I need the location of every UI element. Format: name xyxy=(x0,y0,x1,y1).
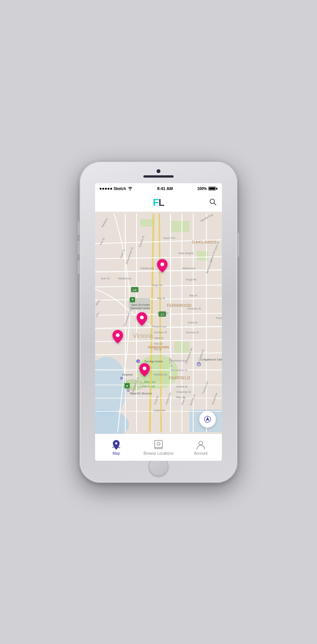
svg-text:Grant St: Grant St xyxy=(188,321,197,324)
phone-screen: Sketch 9:41 AM 100% xyxy=(95,183,222,461)
battery-icon xyxy=(208,187,217,190)
svg-text:Fairfield Rd: Fairfield Rd xyxy=(154,373,167,376)
app-logo: FL xyxy=(153,197,164,209)
map-pin-3[interactable] xyxy=(112,330,123,345)
status-left: Sketch xyxy=(100,186,133,191)
signal-dot-3 xyxy=(105,188,107,190)
signal-dot-5 xyxy=(110,188,112,190)
map-pin-1[interactable] xyxy=(157,259,168,274)
search-button[interactable] xyxy=(209,198,217,207)
svg-marker-117 xyxy=(206,417,209,421)
phone-frame: Sketch 9:41 AM 100% xyxy=(79,161,238,483)
my-location-button[interactable] xyxy=(199,411,216,428)
svg-line-1 xyxy=(214,203,216,205)
svg-text:✦: ✦ xyxy=(131,298,134,301)
wifi-icon xyxy=(128,186,133,191)
svg-text:Johnson St: Johnson St xyxy=(154,331,167,334)
svg-text:1A: 1A xyxy=(133,288,137,292)
signal-dot-2 xyxy=(102,188,104,190)
logo-f: F xyxy=(153,197,158,208)
svg-text:Bay St: Bay St xyxy=(189,294,197,297)
svg-text:Craigdarroch Castle: Craigdarroch Castle xyxy=(201,358,222,361)
svg-text:Oxford St: Oxford St xyxy=(176,385,188,388)
tab-map[interactable]: Map xyxy=(95,434,137,461)
svg-text:Kings Rd: Kings Rd xyxy=(152,284,163,287)
battery-fill xyxy=(209,187,215,190)
tab-browse[interactable]: ? Browse Locations xyxy=(137,434,180,461)
svg-text:17: 17 xyxy=(161,313,164,316)
svg-text:Save-On-Foods: Save-On-Foods xyxy=(131,304,150,306)
battery-percent: 100% xyxy=(197,187,207,191)
svg-text:Hillside Ave: Hillside Ave xyxy=(140,267,154,270)
svg-point-118 xyxy=(115,442,117,445)
svg-text:FAIRFIELD: FAIRFIELD xyxy=(169,376,190,380)
carrier-name: Sketch xyxy=(114,187,126,191)
svg-rect-9 xyxy=(140,219,154,227)
svg-point-123 xyxy=(199,441,203,445)
svg-text:John St: John St xyxy=(101,277,110,280)
speaker xyxy=(143,175,174,178)
map-tab-label: Map xyxy=(112,451,120,455)
map-pin-2[interactable] xyxy=(137,312,147,327)
svg-text:Royal BC Museum: Royal BC Museum xyxy=(130,392,152,395)
svg-rect-8 xyxy=(171,221,189,232)
svg-text:Bay St: Bay St xyxy=(157,297,165,300)
svg-text:Kings Rd: Kings Rd xyxy=(186,278,197,281)
svg-text:Chapman St: Chapman St xyxy=(176,391,191,394)
account-tab-icon xyxy=(195,439,206,450)
svg-text:View St: View St xyxy=(154,342,163,345)
map-background: Beacon Hill Park xyxy=(95,212,222,434)
svg-text:FERNWOOD: FERNWOOD xyxy=(167,303,191,308)
tab-account[interactable]: Account xyxy=(180,434,222,461)
signal-dot-4 xyxy=(108,188,109,190)
svg-text:Memorial Centre: Memorial Centre xyxy=(131,307,150,310)
browse-tab-label: Browse Locations xyxy=(144,451,174,455)
battery-tip xyxy=(216,188,217,190)
svg-point-114 xyxy=(116,333,120,337)
status-time: 9:41 AM xyxy=(157,186,173,191)
phone-top-bar xyxy=(143,169,174,178)
svg-text:Pandora Ave: Pandora Ave xyxy=(152,325,167,328)
svg-text:Johnson St: Johnson St xyxy=(186,331,199,334)
status-right: 100% xyxy=(197,187,217,191)
svg-text:Victoria: Victoria xyxy=(133,333,153,339)
tab-bar: Map ? Browse Locations Account xyxy=(95,434,222,461)
svg-text:Hillside Ave: Hillside Ave xyxy=(182,267,195,270)
battery-body xyxy=(208,187,216,190)
front-camera xyxy=(157,169,160,173)
status-bar: Sketch 9:41 AM 100% xyxy=(95,183,222,194)
svg-text:Dallas Rd: Dallas Rd xyxy=(154,409,165,412)
logo-l: L xyxy=(158,197,164,208)
svg-text:Empress: Empress xyxy=(122,373,133,376)
svg-text:Hillside Ave: Hillside Ave xyxy=(118,277,131,280)
svg-point-98 xyxy=(120,377,123,380)
svg-text:Vista Heights: Vista Heights xyxy=(178,252,194,255)
svg-text:✦: ✦ xyxy=(198,363,200,366)
svg-text:Pemb...: Pemb... xyxy=(216,317,222,319)
signal-bars xyxy=(100,188,112,190)
svg-text:✦: ✦ xyxy=(126,384,129,388)
svg-point-112 xyxy=(160,262,164,266)
svg-text:OAKLANDS: OAKLANDS xyxy=(192,240,217,244)
svg-text:Richardson St: Richardson St xyxy=(171,369,187,371)
signal-dot-1 xyxy=(100,188,102,190)
svg-text:Denman St: Denman St xyxy=(188,307,201,310)
map-pin-4[interactable] xyxy=(139,363,150,378)
map-container[interactable]: Beacon Hill Park xyxy=(95,212,222,434)
svg-text:DOWNTOWN: DOWNTOWN xyxy=(148,345,169,349)
map-tab-icon xyxy=(111,439,122,450)
browse-tab-icon: ? xyxy=(153,439,164,450)
svg-text:Rockland Ave: Rockland Ave xyxy=(171,359,187,362)
svg-text:The Bay Centre: The Bay Centre xyxy=(144,360,163,363)
app-header: FL xyxy=(95,194,222,212)
svg-text:Yates St: Yates St xyxy=(154,337,163,339)
svg-point-115 xyxy=(143,366,146,370)
svg-point-113 xyxy=(140,316,144,319)
map-svg: Beacon Hill Park xyxy=(95,212,222,434)
account-tab-label: Account xyxy=(194,451,208,455)
